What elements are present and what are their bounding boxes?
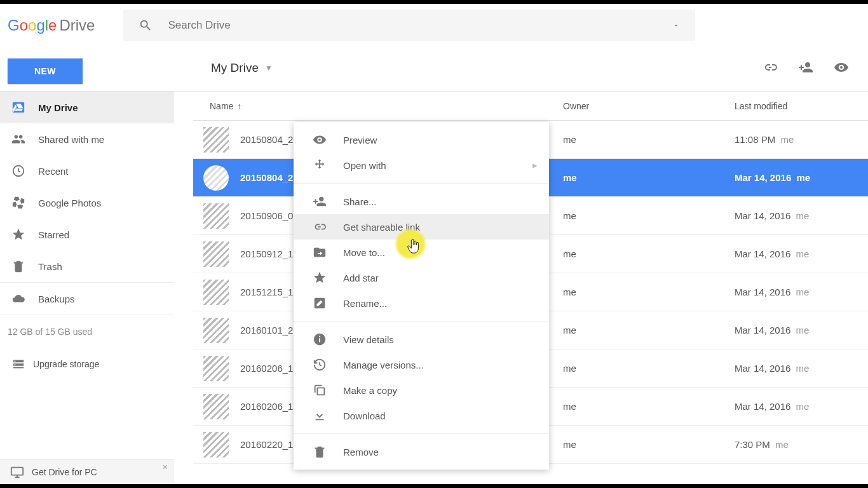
- file-modified: 7:30 PM me: [735, 439, 789, 450]
- copy-icon: [313, 383, 343, 397]
- info-icon: [313, 332, 343, 346]
- cloud-icon: [11, 292, 38, 306]
- menu-share[interactable]: Share...: [294, 189, 549, 214]
- star-icon: [11, 227, 38, 241]
- history-icon: [313, 358, 343, 372]
- breadcrumb[interactable]: My Drive ▼: [211, 61, 273, 75]
- file-thumbnail: [203, 356, 229, 381]
- storage-icon: [11, 357, 33, 371]
- submenu-arrow-icon: ▸: [532, 159, 538, 171]
- file-owner: me: [563, 439, 735, 450]
- toolbar-icons: [763, 60, 849, 75]
- link-icon[interactable]: [763, 60, 778, 75]
- breadcrumb-dropdown-icon: ▼: [265, 64, 273, 72]
- menu-preview[interactable]: Preview: [294, 127, 549, 152]
- file-thumbnail: [203, 318, 229, 343]
- file-owner: me: [563, 172, 735, 183]
- new-button[interactable]: NEW: [8, 58, 83, 84]
- get-drive-bar[interactable]: Get Drive for PC ×: [0, 459, 174, 484]
- svg-rect-7: [317, 388, 324, 395]
- menu-rename[interactable]: Rename...: [294, 290, 549, 316]
- search-options-icon[interactable]: [672, 22, 680, 29]
- clock-icon: [11, 164, 38, 178]
- sidebar-item-shared[interactable]: Shared with me: [0, 123, 174, 155]
- search-icon[interactable]: [139, 18, 153, 32]
- sidebar-item-backups[interactable]: Backups: [0, 283, 174, 315]
- menu-open-with[interactable]: Open with ▸: [294, 152, 549, 178]
- sidebar-item-trash[interactable]: Trash: [0, 250, 174, 282]
- file-modified: Mar 14, 2016 me: [735, 401, 809, 412]
- monitor-icon: [10, 465, 32, 479]
- menu-download[interactable]: Download: [294, 403, 549, 428]
- sidebar-item-starred[interactable]: Starred: [0, 219, 174, 250]
- people-icon: [11, 132, 38, 146]
- sidebar-item-photos[interactable]: Google Photos: [0, 187, 174, 219]
- pencil-icon: [313, 296, 343, 310]
- file-modified: Mar 14, 2016 me: [735, 363, 809, 374]
- close-icon[interactable]: ×: [163, 462, 168, 472]
- file-thumbnail: [203, 241, 229, 267]
- svg-point-2: [15, 361, 16, 362]
- file-thumbnail: [203, 280, 229, 305]
- column-owner[interactable]: Owner: [563, 101, 735, 111]
- column-name[interactable]: Name↑: [210, 101, 563, 111]
- sidebar-item-recent[interactable]: Recent: [0, 155, 174, 187]
- link-icon: [313, 220, 343, 234]
- file-modified: Mar 14, 2016 me: [735, 210, 809, 221]
- context-menu: Preview Open with ▸ Share... Get shareab…: [294, 122, 549, 470]
- preview-eye-icon[interactable]: [834, 60, 849, 75]
- file-modified: Mar 14, 2016 me: [735, 172, 810, 183]
- file-modified: Mar 14, 2016 me: [735, 248, 809, 259]
- trash-icon: [313, 445, 343, 459]
- file-thumbnail: [203, 394, 229, 419]
- menu-move-to[interactable]: Move to...: [294, 240, 549, 265]
- photos-icon: [11, 196, 38, 210]
- file-owner: me: [563, 401, 735, 412]
- file-owner: me: [563, 325, 735, 336]
- column-modified[interactable]: Last modified: [735, 101, 787, 111]
- google-drive-logo[interactable]: Google Drive: [8, 17, 95, 34]
- folder-move-icon: [313, 245, 343, 259]
- add-person-icon: [313, 194, 343, 208]
- file-thumbnail: [203, 432, 229, 458]
- storage-text: 12 GB of 15 GB used: [0, 315, 174, 348]
- download-icon: [313, 409, 343, 423]
- column-header: Name↑ Owner Last modified: [193, 92, 868, 121]
- file-modified: Mar 14, 2016 me: [735, 287, 809, 297]
- header: Google Drive: [0, 4, 868, 47]
- menu-copy[interactable]: Make a copy: [294, 377, 549, 403]
- drive-icon: [11, 100, 38, 114]
- menu-add-star[interactable]: Add star: [294, 265, 549, 290]
- menu-view-details[interactable]: View details: [294, 327, 549, 352]
- sidebar: My Drive Shared with me Recent Google Ph…: [0, 92, 174, 484]
- file-thumbnail: [203, 165, 229, 191]
- file-owner: me: [563, 287, 735, 297]
- eye-icon: [313, 133, 343, 147]
- trash-icon: [11, 259, 38, 273]
- file-modified: 11:08 PM me: [735, 134, 794, 145]
- file-owner: me: [563, 134, 735, 145]
- search-box[interactable]: [123, 10, 695, 41]
- move-icon: [313, 158, 343, 172]
- file-thumbnail: [203, 203, 229, 229]
- file-owner: me: [563, 210, 735, 221]
- file-thumbnail: [203, 127, 229, 152]
- file-modified: Mar 14, 2016 me: [735, 325, 809, 336]
- toolbar: NEW My Drive ▼: [0, 47, 868, 92]
- star-icon: [313, 271, 343, 285]
- file-owner: me: [563, 248, 735, 259]
- file-owner: me: [563, 363, 735, 374]
- svg-point-3: [15, 364, 16, 365]
- menu-remove[interactable]: Remove: [294, 439, 549, 464]
- sort-arrow-icon: ↑: [237, 101, 241, 111]
- upgrade-storage[interactable]: Upgrade storage: [0, 348, 174, 380]
- sidebar-item-mydrive[interactable]: My Drive: [0, 92, 174, 123]
- search-input[interactable]: [168, 19, 657, 32]
- menu-versions[interactable]: Manage versions...: [294, 352, 549, 377]
- menu-get-link[interactable]: Get shareable link: [294, 214, 549, 240]
- add-person-icon[interactable]: [798, 60, 813, 75]
- svg-rect-4: [11, 467, 23, 475]
